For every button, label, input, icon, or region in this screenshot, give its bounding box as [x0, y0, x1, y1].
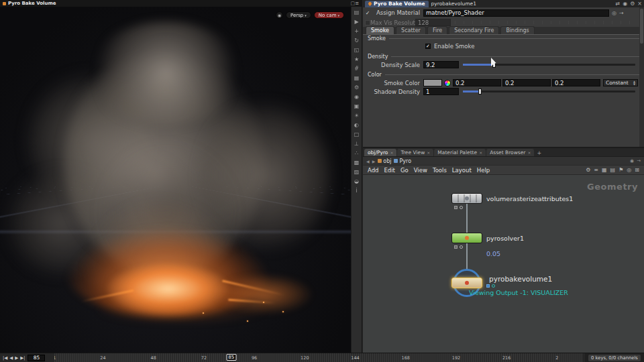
add-view-icon[interactable]: ⊞ — [635, 167, 639, 173]
pin-icon[interactable]: ◉ — [623, 1, 627, 7]
search-icon[interactable]: ◎ — [627, 167, 631, 173]
texture-display-icon[interactable]: ▨ — [354, 170, 360, 175]
close-icon[interactable]: × — [427, 150, 430, 155]
history-back-icon[interactable]: ◀ — [366, 159, 370, 164]
info-icon[interactable]: i — [356, 188, 357, 194]
color-wheel-icon[interactable] — [444, 80, 451, 86]
shadow-density-field[interactable]: 1 — [423, 88, 459, 95]
visualizer-flag-icon[interactable] — [486, 284, 490, 288]
current-frame-marker[interactable]: 85 — [226, 354, 236, 361]
pin-icon[interactable]: ◉ — [630, 159, 634, 164]
step-back-icon[interactable]: ◀ — [9, 355, 13, 361]
translate-tool-icon[interactable]: + — [354, 29, 359, 34]
points-display-icon[interactable]: ∴ — [355, 151, 358, 156]
list-view-icon[interactable]: ≡ — [594, 167, 598, 173]
go-end-icon[interactable]: ▶| — [20, 355, 25, 361]
density-scale-field[interactable]: 9.2 — [423, 61, 459, 68]
camera-view-icon[interactable]: ◉ — [354, 95, 359, 100]
node-pyrosolver1[interactable] — [451, 233, 482, 243]
current-frame-field[interactable]: 85 — [28, 355, 45, 361]
max-vis-checkbox[interactable] — [365, 20, 370, 25]
color-mode-dropdown[interactable]: Constant ▲▼ — [603, 79, 638, 86]
handles-tool-icon[interactable]: ★ — [354, 57, 359, 62]
volume-display-icon[interactable]: ▩ — [354, 160, 360, 166]
folder-tab[interactable]: Secondary Fire — [449, 26, 499, 34]
shading-mode-icon[interactable]: ◐ — [354, 123, 359, 128]
viewport-canvas[interactable]: ◉ Persp ▾ No cam ▾ — [0, 7, 351, 353]
jump-arrow-icon[interactable]: → — [637, 159, 641, 164]
menu-item[interactable]: Tools — [433, 167, 447, 174]
network-tab[interactable]: Asset Browser × — [486, 149, 534, 156]
persp-view-button[interactable]: Persp ▾ — [286, 11, 311, 19]
folder-tab[interactable]: Scatter — [396, 26, 426, 34]
new-tab-button[interactable]: + — [535, 150, 543, 156]
smoke-color-r-field[interactable]: 0.2 — [453, 79, 501, 86]
node-pyrobakevolume1[interactable] — [451, 278, 482, 288]
gear-icon[interactable]: ⚙ — [630, 1, 635, 7]
network-tab[interactable]: Material Palette × — [434, 149, 486, 156]
scale-tool-icon[interactable]: ◱ — [354, 48, 360, 53]
folder-tab[interactable]: Bindings — [500, 26, 534, 34]
lighting-icon[interactable]: ☀ — [354, 113, 359, 119]
close-icon[interactable]: × — [527, 150, 531, 155]
camera-lock-icon[interactable]: ◉ — [276, 11, 283, 19]
parameter-tab[interactable]: Pyro Bake Volume — [365, 1, 429, 7]
network-canvas[interactable]: Geometry volumerasterizeattributes1 pyro… — [363, 175, 644, 353]
close-icon[interactable]: × — [637, 1, 642, 7]
history-forward-icon[interactable]: ▶ — [372, 159, 376, 164]
rows-view-icon[interactable]: ▤ — [610, 167, 616, 173]
visualizers-icon[interactable]: ◒ — [354, 179, 359, 184]
view-tool-icon[interactable]: ▤ — [354, 10, 360, 15]
density-scale-slider[interactable] — [463, 64, 635, 66]
menu-item[interactable]: Layout — [452, 167, 472, 174]
close-icon[interactable]: × — [479, 150, 482, 155]
construction-plane-icon[interactable]: ▦ — [354, 76, 360, 81]
max-vis-slider[interactable] — [455, 21, 637, 24]
smoke-color-b-field[interactable]: 0.2 — [552, 79, 600, 86]
menu-item[interactable]: Help — [477, 167, 490, 174]
enable-smoke-checkbox[interactable]: ✓ — [425, 44, 431, 49]
parameter-scrollbar[interactable] — [639, 7, 644, 147]
play-icon[interactable]: ▶ — [15, 355, 18, 361]
smoke-color-g-field[interactable]: 0.2 — [502, 79, 551, 86]
network-tab[interactable]: obj/Pyro × — [364, 149, 396, 156]
open-path-icon[interactable]: → — [619, 10, 624, 16]
timeline-ruler[interactable]: 85 1244872961201441681922162 — [54, 353, 582, 362]
menu-item[interactable]: View — [414, 167, 427, 174]
flags-icon[interactable]: ⚑ — [619, 167, 623, 173]
menu-item[interactable]: Edit — [384, 167, 394, 174]
display-options-icon[interactable]: ⚙ — [354, 85, 359, 90]
display-flag-icon[interactable] — [460, 206, 463, 209]
max-vis-field[interactable]: 128 — [415, 19, 451, 26]
assign-material-field[interactable]: matnet/Pyro_Shader — [423, 9, 609, 17]
folder-tab[interactable]: Fire — [427, 26, 447, 34]
shadow-density-slider[interactable] — [463, 90, 635, 93]
lock-flag-icon[interactable] — [454, 206, 458, 209]
rotate-tool-icon[interactable]: ↻ — [354, 38, 359, 44]
link-params-icon[interactable]: ⇄ — [615, 1, 620, 7]
node-path-label[interactable]: pyrobakevolume1 — [431, 1, 476, 7]
lock-flag-icon[interactable] — [454, 245, 458, 249]
path-root-chip[interactable]: obj — [378, 158, 391, 164]
menu-item[interactable]: Go — [400, 167, 409, 174]
go-start-icon[interactable]: |◀ — [3, 355, 7, 361]
tools-icon[interactable]: ⚙ — [586, 167, 590, 173]
close-icon[interactable]: × — [390, 150, 393, 155]
smoke-color-swatch[interactable] — [423, 79, 442, 86]
pane-menu-icon[interactable]: ≡ — [355, 1, 359, 6]
wireframe-icon[interactable]: □ — [354, 132, 360, 137]
display-flag-icon[interactable] — [492, 284, 495, 288]
normals-icon[interactable]: ⊥ — [354, 141, 359, 147]
select-tool-icon[interactable]: ▶ — [354, 19, 358, 25]
node-volumerasterizeattributes1[interactable] — [451, 193, 482, 204]
no-cam-button[interactable]: No cam ▾ — [314, 11, 344, 19]
frame-selected-icon[interactable]: ▣ — [354, 104, 360, 109]
menu-item[interactable]: Add — [368, 167, 378, 174]
folder-tab[interactable]: Smoke — [366, 26, 394, 34]
network-tab[interactable]: Tree View × — [397, 149, 433, 156]
op-picker-icon[interactable]: ◎ — [612, 10, 616, 16]
display-flag-icon[interactable] — [460, 245, 463, 249]
grid-view-icon[interactable]: ▦ — [602, 167, 607, 173]
path-current-chip[interactable]: Pyro — [394, 158, 411, 164]
snap-grid-icon[interactable]: # — [354, 66, 359, 72]
